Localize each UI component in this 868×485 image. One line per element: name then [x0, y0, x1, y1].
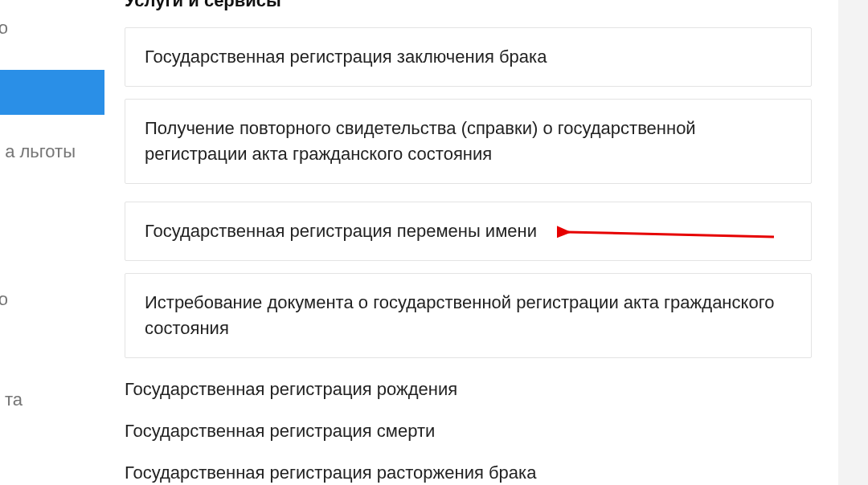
sidebar-item-active[interactable] — [0, 70, 104, 115]
service-card-request-document[interactable]: Истребование документа о государственной… — [125, 273, 812, 358]
content-wrap: о а льготы о та Услуги и сервисы Государ… — [0, 0, 838, 485]
service-link-death-registration[interactable]: Государственная регистрация смерти — [125, 421, 435, 442]
service-card-name-change[interactable]: Государственная регистрация перемены име… — [125, 202, 812, 261]
sidebar-item-fragment-4[interactable]: та — [5, 381, 23, 418]
service-link-birth-registration[interactable]: Государственная регистрация рождения — [125, 379, 457, 400]
sidebar: о а льготы о та — [0, 0, 104, 485]
sidebar-item-fragment-1[interactable]: о — [0, 10, 8, 47]
service-card-repeat-certificate[interactable]: Получение повторного свидетельства (спра… — [125, 99, 812, 184]
section-title: Услуги и сервисы — [125, 0, 281, 11]
service-link-divorce-registration[interactable]: Государственная регистрация расторжения … — [125, 463, 536, 483]
sidebar-item-fragment-2[interactable]: а льготы — [5, 133, 76, 170]
sidebar-item-fragment-3[interactable]: о — [0, 281, 8, 318]
service-card-marriage-registration[interactable]: Государственная регистрация заключения б… — [125, 27, 812, 87]
